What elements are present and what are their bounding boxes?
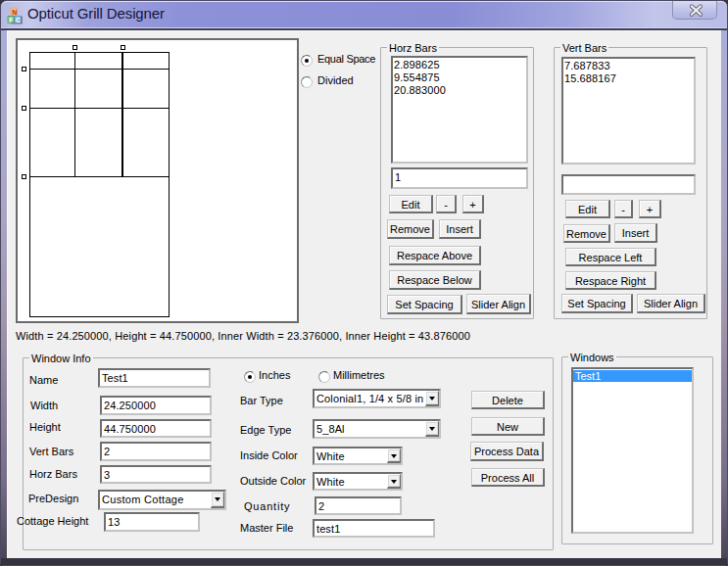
svg-text:F: F — [9, 17, 13, 24]
svg-text:C: C — [16, 17, 21, 24]
svg-text:N: N — [12, 9, 17, 16]
